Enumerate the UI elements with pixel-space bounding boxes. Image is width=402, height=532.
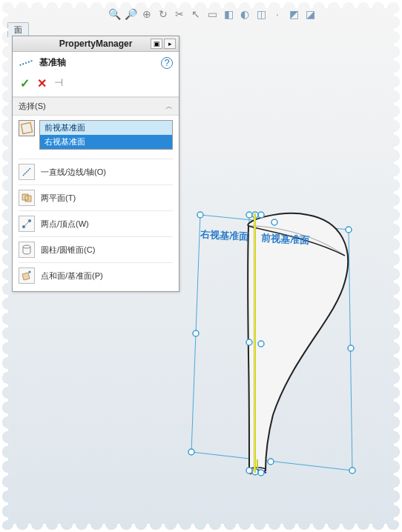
pm-expand-icon[interactable]: ▣ [151, 39, 162, 49]
cancel-button[interactable]: ✕ [37, 76, 47, 90]
svg-point-18 [258, 212, 264, 218]
rotate-icon[interactable]: ↻ [156, 7, 170, 21]
sheet-icon[interactable]: ▭ [205, 7, 219, 21]
two-points-icon [19, 216, 35, 232]
separator-icon: · [271, 7, 284, 21]
pm-feature-name: 基准轴 [39, 56, 155, 69]
zoom-icon[interactable]: 🔎 [124, 7, 137, 21]
selection-section: 选择(S) ︿ 前视基准面 右视基准面 一直线/边线/轴(O) [13, 97, 179, 291]
svg-point-16 [268, 459, 274, 465]
render-icon[interactable]: ◩ [287, 7, 300, 21]
pm-titlebar: PropertyManager ▣ ▸ [13, 36, 179, 52]
view-cube-icon[interactable]: ◪ [303, 7, 317, 21]
pm-action-row: ✓ ✕ ⊣ [13, 73, 179, 97]
option-point-plane[interactable]: 点和面/基准面(P) [13, 265, 179, 287]
option-two-points[interactable]: 两点/顶点(W) [13, 213, 179, 235]
line-icon [19, 164, 35, 180]
option-cylinder-cone[interactable]: 圆柱/圆锥面(C) [13, 239, 179, 261]
cylinder-icon [19, 242, 35, 258]
top-view-toolbar: 🔍 🔎 ⊕ ↻ ✂ ↖ ▭ ◧ ◐ ◫ · ◩ ◪ [108, 7, 317, 21]
list-item[interactable]: 右视基准面 [40, 135, 172, 149]
feature-tab[interactable]: 面 [7, 22, 29, 37]
option-two-planes[interactable]: 两平面(T) [13, 187, 179, 209]
svg-line-3 [24, 221, 30, 227]
selection-list[interactable]: 前视基准面 右视基准面 [39, 120, 173, 150]
reference-axis-preview[interactable] [254, 213, 256, 473]
search-icon[interactable]: 🔍 [108, 7, 121, 21]
two-planes-icon [19, 190, 35, 206]
reference-plane-icon[interactable] [19, 120, 35, 136]
magnify-icon[interactable]: ⊕ [140, 7, 154, 21]
svg-point-11 [271, 219, 277, 225]
pin-button[interactable]: ⊣ [54, 76, 63, 90]
svg-point-12 [193, 330, 199, 336]
svg-point-19 [246, 339, 252, 345]
svg-point-4 [23, 245, 30, 248]
display-style-icon[interactable]: ◧ [222, 7, 235, 21]
svg-point-21 [246, 468, 252, 473]
ok-button[interactable]: ✓ [20, 76, 30, 90]
svg-point-15 [349, 468, 355, 473]
svg-point-22 [258, 470, 264, 476]
svg-point-10 [346, 227, 352, 233]
axis-icon [19, 62, 33, 64]
svg-line-0 [23, 168, 30, 176]
svg-point-9 [197, 212, 203, 218]
list-item[interactable]: 前视基准面 [40, 121, 172, 135]
model-viewport-svg [178, 185, 393, 496]
svg-point-17 [246, 212, 252, 218]
cursor-icon[interactable]: ↖ [189, 7, 202, 21]
svg-point-20 [258, 341, 264, 347]
selection-header[interactable]: 选择(S) ︿ [13, 97, 179, 116]
section-icon[interactable]: ✂ [173, 7, 186, 21]
svg-point-13 [348, 345, 354, 351]
shade-icon[interactable]: ◐ [238, 7, 251, 21]
pm-feature-row: 基准轴 ? [13, 52, 179, 73]
pm-next-icon[interactable]: ▸ [164, 39, 176, 49]
svg-point-5 [29, 271, 31, 273]
hidden-lines-icon[interactable]: ◫ [254, 7, 268, 21]
option-line-edge-axis[interactable]: 一直线/边线/轴(O) [13, 161, 179, 183]
property-manager-panel: PropertyManager ▣ ▸ 基准轴 ? ✓ ✕ ⊣ 选择(S) ︿ [12, 36, 179, 292]
chevron-up-icon: ︿ [165, 102, 173, 112]
point-plane-icon [19, 267, 35, 284]
help-icon[interactable]: ? [161, 57, 173, 69]
pm-title: PropertyManager [59, 39, 133, 49]
svg-point-14 [188, 449, 194, 455]
